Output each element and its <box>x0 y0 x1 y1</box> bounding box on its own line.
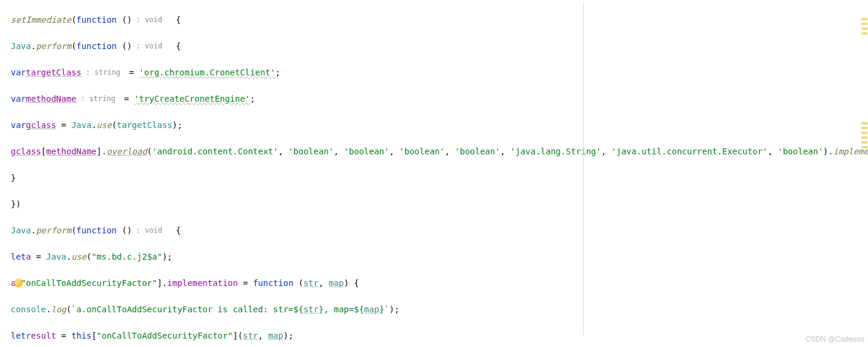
code-line[interactable]: console.log(`a.onCallToAddSecurityFactor… <box>11 303 868 316</box>
warning-mark[interactable] <box>861 122 867 124</box>
code-line[interactable]: gclass[methodName].overload('android.con… <box>11 145 868 158</box>
code-line[interactable]: Java.perform(function () : void { <box>11 39 868 53</box>
error-stripe[interactable] <box>861 0 868 347</box>
warning-mark[interactable] <box>861 132 867 134</box>
lightbulb-icon[interactable] <box>14 279 23 287</box>
warning-mark[interactable] <box>861 18 867 20</box>
code-line[interactable]: var gclass = Java.use(targetClass); <box>11 118 868 132</box>
warning-mark[interactable] <box>861 23 867 25</box>
code-line[interactable]: }) <box>11 197 868 211</box>
warning-mark[interactable] <box>861 32 867 35</box>
code-line[interactable]: } <box>11 171 868 184</box>
code-editor[interactable]: setImmediate(function () : void { Java.p… <box>0 0 868 347</box>
warning-mark[interactable] <box>861 136 867 139</box>
fn-call: setImmediate <box>11 13 71 26</box>
code-line[interactable]: let a = Java.use("ms.bd.c.j2$a"); <box>11 250 868 263</box>
warning-mark[interactable] <box>861 28 867 30</box>
code-line[interactable]: let result = this["onCallToAddSecurityFa… <box>11 329 868 342</box>
code-line[interactable]: Java.perform(function () : void { <box>11 224 868 237</box>
code-line[interactable]: setImmediate(function () : void { <box>11 13 868 26</box>
warning-mark[interactable] <box>861 127 867 129</box>
watermark-text: CSDN @Codeooo <box>806 335 864 343</box>
vertical-guide <box>583 2 584 335</box>
warning-mark[interactable] <box>861 141 867 144</box>
warning-mark[interactable] <box>861 146 867 148</box>
code-line[interactable]: var targetClass : string = 'org.chromium… <box>11 66 868 79</box>
code-line[interactable]: var methodName : string = 'tryCreateCron… <box>11 92 868 105</box>
code-line[interactable]: a["onCallToAddSecurityFactor"].implement… <box>11 276 868 290</box>
